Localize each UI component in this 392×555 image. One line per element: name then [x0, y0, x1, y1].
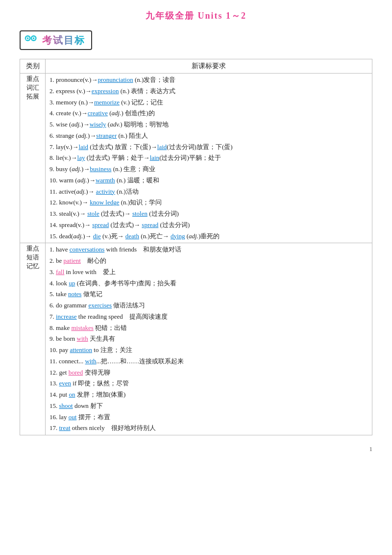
word-pronunciation: pronunciation: [98, 76, 133, 83]
phrase-fall: fall: [56, 268, 64, 276]
list-item: 6. strange (adj.)→stranger (n.) 陌生人: [49, 130, 368, 142]
word-stranger: stranger: [96, 132, 117, 139]
phrase-with2: with: [85, 357, 96, 365]
list-item: 5. wise (adj.)→wisely (adv.) 聪明地；明智地: [49, 119, 368, 130]
word-wisely: wisely: [90, 121, 106, 128]
word-die: die: [93, 232, 101, 240]
phrase-conversations: conversations: [70, 246, 104, 253]
exam-icon: ♩: [24, 32, 40, 48]
word-lain: lain: [150, 154, 160, 161]
vocab-content: 1. pronounce(v.)→pronunciation (n.)发音；读音…: [46, 74, 372, 243]
table-header-content: 新课标要求: [46, 59, 372, 74]
list-item: 6. do grammar exercises 做语法练习: [49, 300, 368, 311]
word-activity: activity: [96, 188, 115, 195]
word-knowledge: know ledge: [90, 199, 119, 206]
word-creative: creative: [88, 109, 108, 117]
list-item: 11. active(adj.)→ activity (n.)活动: [49, 186, 368, 198]
list-item: 2. express (v.)→expression (n.) 表情；表达方式: [49, 86, 368, 97]
word-expression: expression: [92, 87, 119, 95]
list-item: 14. put on 发胖；增加(体重): [49, 389, 368, 401]
list-item: 8. make mistakes 犯错；出错: [49, 323, 368, 334]
word-business: business: [90, 165, 111, 173]
svg-point-5: [33, 37, 34, 39]
list-item: 2. be patient 耐心的: [49, 255, 368, 267]
list-item: 15. dead(adj.)→ die (v.)死→ death (n.)死亡→…: [49, 231, 368, 242]
phrase-out: out: [69, 413, 77, 421]
list-item: 8. lie(v.)→lay (过去式) 平躺；处于→lain(过去分词)平躺；…: [49, 152, 368, 164]
exam-target-bar: ♩ 考试目标: [20, 30, 372, 50]
list-item: 4. create (v.)→creative (adj.) 创造(性)的: [49, 108, 368, 119]
list-item: 14. spread(v.)→ spread (过去式)→ spread (过去…: [49, 220, 368, 231]
list-item: 1. have conversations with friends 和朋友做对…: [49, 244, 368, 255]
phrase-exercises: exercises: [88, 302, 112, 309]
phrase-up: up: [69, 279, 75, 287]
category-label-phrases: 重点 短语 记忆: [20, 243, 46, 435]
phrase-shoot: shoot: [59, 402, 73, 409]
word-lay: lay: [77, 154, 85, 161]
word-spread2: spread: [142, 221, 158, 228]
phrase-treat: treat: [59, 424, 71, 431]
exam-label: 考试目标: [42, 34, 85, 47]
word-dying: dying: [171, 232, 185, 240]
list-item: 7. increase the reading speed 提高阅读速度: [49, 311, 368, 323]
list-item: 16. lay out 摆开；布置: [49, 412, 368, 423]
phrase-with: with: [77, 335, 88, 342]
phrase-increase: increase: [56, 313, 77, 320]
list-item: 13. even if 即使；纵然；尽管: [49, 378, 368, 389]
list-item: 5. take notes 做笔记: [49, 289, 368, 300]
word-laid1: laid: [78, 143, 88, 151]
phrase-bored: bored: [69, 369, 83, 376]
category-label-vocab: 重点 词汇 拓展: [20, 74, 46, 243]
word-spread1: spread: [92, 221, 109, 228]
list-item: 10. warm (adj.)→warmth (n.) 温暖；暖和: [49, 175, 368, 186]
phrases-content: 1. have conversations with friends 和朋友做对…: [46, 243, 372, 435]
list-item: 3. memory (n.)→memorize (v.) 记忆；记住: [49, 97, 368, 108]
word-stolen: stolen: [132, 210, 147, 217]
list-item: 15. shoot down 射下: [49, 401, 368, 412]
phrase-patient: patient: [64, 257, 81, 264]
word-memorize: memorize: [94, 99, 120, 106]
page-title: 九年级全册 Units 1～2: [20, 10, 372, 22]
svg-text:♩: ♩: [25, 36, 27, 41]
word-stole: stole: [87, 210, 99, 217]
phrase-attention: attention: [70, 346, 93, 353]
list-item: 10. pay attention to 注意；关注: [49, 345, 368, 356]
list-item: 7. lay(v.)→laid (过去式) 放置；下(蛋)→laid(过去分词)…: [49, 142, 368, 153]
list-item: 1. pronounce(v.)→pronunciation (n.)发音；读音: [49, 75, 368, 86]
phrase-mistakes: mistakes: [71, 324, 94, 331]
list-item: 12. know(v.)→ know ledge (n.)知识；学问: [49, 197, 368, 208]
section-phrases: 重点 短语 记忆 1. have conversations with frie…: [20, 243, 372, 435]
section-vocabulary: 重点 词汇 拓展 1. pronounce(v.)→pronunciation …: [20, 74, 372, 243]
phrase-even: even: [59, 379, 72, 387]
table-header-category: 类别: [20, 59, 46, 74]
word-laid2: laid: [157, 143, 167, 151]
list-item: 13. steal(v.)→ stole (过去式)→ stolen (过去分词…: [49, 208, 368, 220]
phrase-on: on: [69, 391, 75, 398]
list-item: 9. busy (adj.)→business (n.) 生意；商业: [49, 164, 368, 175]
list-item: 3. fall in love with 爱上: [49, 267, 368, 278]
list-item: 11. connect... with...把……和……连接或联系起来: [49, 356, 368, 367]
list-item: 4. look up (在词典、参考书等中)查阅；抬头看: [49, 278, 368, 289]
word-warmth: warmth: [96, 177, 115, 184]
list-item: 9. be born with 天生具有: [49, 333, 368, 345]
list-item: 12. get bored 变得无聊: [49, 367, 368, 378]
word-death: death: [125, 232, 139, 240]
main-table: 类别 新课标要求 重点 词汇 拓展 1. pronounce(v.)→pronu…: [20, 59, 372, 435]
page-number: 1: [20, 445, 372, 453]
phrase-notes: notes: [68, 290, 81, 298]
list-item: 17. treat others nicely 很好地对待别人: [49, 423, 368, 434]
